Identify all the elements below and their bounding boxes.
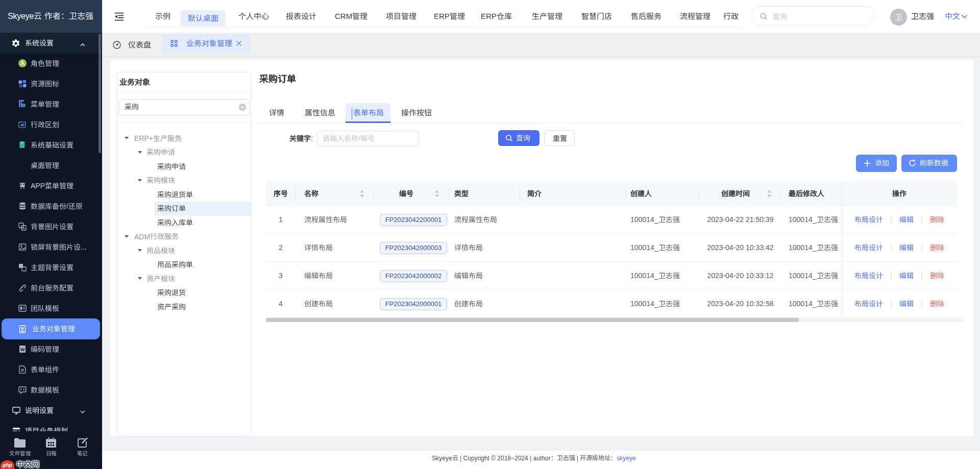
svg-text:W: W (20, 347, 25, 352)
